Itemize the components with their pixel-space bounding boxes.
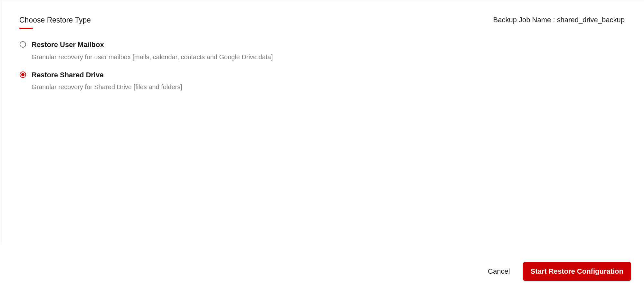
- option-description: Granular recovery for Shared Drive [file…: [32, 83, 182, 91]
- restore-type-options: Restore User Mailbox Granular recovery f…: [19, 40, 625, 91]
- footer-bar: Cancel Start Restore Configuration: [0, 260, 644, 283]
- choose-restore-panel: Choose Restore Type Backup Job Name : sh…: [0, 0, 644, 264]
- backup-job-name: Backup Job Name : shared_drive_backup: [493, 16, 625, 24]
- option-restore-user-mailbox[interactable]: Restore User Mailbox Granular recovery f…: [19, 40, 625, 61]
- cancel-button[interactable]: Cancel: [488, 267, 510, 276]
- option-texts: Restore Shared Drive Granular recovery f…: [32, 71, 182, 91]
- start-restore-configuration-button[interactable]: Start Restore Configuration: [523, 262, 631, 281]
- option-label: Restore User Mailbox: [32, 40, 273, 50]
- radio-restore-shared-drive[interactable]: [19, 71, 26, 78]
- radio-restore-user-mailbox[interactable]: [19, 41, 26, 48]
- title-block: Choose Restore Type: [19, 16, 91, 29]
- panel-header: Choose Restore Type Backup Job Name : sh…: [19, 16, 625, 29]
- option-restore-shared-drive[interactable]: Restore Shared Drive Granular recovery f…: [19, 71, 625, 91]
- option-label: Restore Shared Drive: [32, 71, 182, 80]
- option-texts: Restore User Mailbox Granular recovery f…: [32, 40, 273, 61]
- page-title: Choose Restore Type: [19, 16, 91, 27]
- left-divider: [2, 0, 2, 244]
- title-underline: [19, 28, 33, 29]
- option-description: Granular recovery for user mailbox [mail…: [32, 53, 273, 61]
